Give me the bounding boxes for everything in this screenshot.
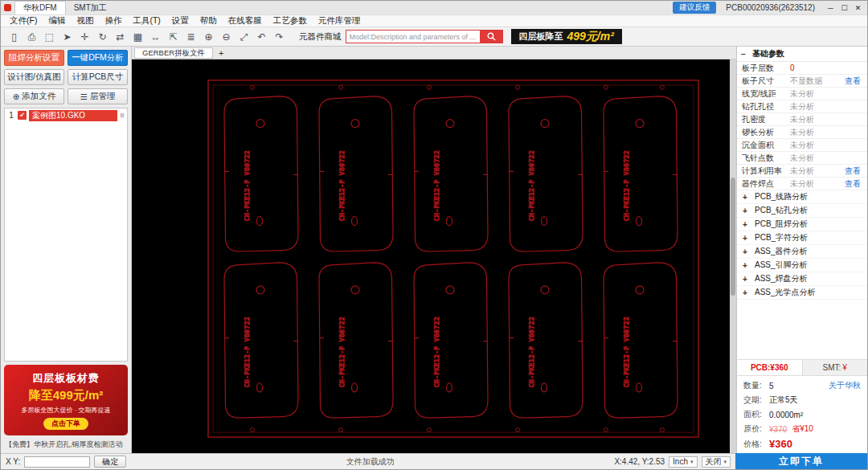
analysis-group-row[interactable]: + PCB_钻孔分析 [737, 204, 867, 218]
confirm-button[interactable]: 确定 [94, 456, 126, 468]
analysis-group-row[interactable]: + ASS_光学点分析 [737, 286, 867, 300]
menu-item[interactable]: 视图 [71, 15, 99, 27]
basic-params-header[interactable]: − 基础参数 [737, 47, 867, 62]
menu-item[interactable]: 设置 [166, 15, 194, 27]
layer-file-row[interactable]: 1 ✔ 案例图10.GKO ≡ [5, 108, 127, 122]
menu-item[interactable]: 操作 [99, 15, 127, 27]
expand-icon[interactable]: + [743, 247, 750, 256]
collapse-icon[interactable]: − [741, 50, 748, 59]
file-name-label[interactable]: 案例图10.GKO [29, 110, 117, 121]
unit-select[interactable]: Inch ▾ [669, 456, 697, 468]
banner-price: 499元/m² [567, 30, 614, 44]
analysis-group-row[interactable]: + PCB_线路分析 [737, 190, 867, 204]
rotate-icon[interactable]: ↻ [94, 29, 111, 44]
add-file-button[interactable]: ⊕ 添加文件 [4, 88, 64, 104]
component-search-input[interactable] [346, 30, 481, 43]
side-promo-banner[interactable]: 四层板板材费 降至499元/m² 多层板全国大促价 · 交期再提速 点击下单 [4, 365, 128, 435]
promo-order-button[interactable]: 点击下单 [43, 418, 88, 430]
top-promo-banner[interactable]: 四层板降至 499元/m² [511, 29, 622, 44]
expand-icon[interactable]: + [743, 288, 750, 297]
calc-pcb-size-button[interactable]: 计算PCB尺寸 [68, 69, 128, 85]
layer-manager-label: 层管理 [90, 91, 116, 102]
menu-item[interactable]: 元件库管理 [313, 15, 366, 27]
analysis-group-row[interactable]: + ASS_焊盘分析 [737, 272, 867, 286]
maximize-icon[interactable]: ☐ [838, 4, 850, 12]
place-order-button[interactable]: 立即下单 [735, 453, 867, 469]
scrollbar-thumb[interactable] [731, 178, 735, 296]
expand-icon[interactable]: + [743, 234, 750, 243]
analysis-group-row[interactable]: + PCB_字符分析 [737, 231, 867, 245]
analysis-group-row[interactable]: + PCB_阻焊分析 [737, 218, 867, 231]
order-tab-pcb[interactable]: PCB:¥360 [737, 360, 803, 375]
param-view-link[interactable]: 查看 [845, 178, 867, 190]
param-value: 不显数据 [790, 76, 845, 87]
file-row-menu-icon[interactable]: ≡ [120, 111, 125, 120]
expand-icon[interactable]: + [743, 220, 750, 229]
smt-tab-label: SMT: [823, 363, 841, 372]
feedback-button[interactable]: 建议反馈 [673, 2, 716, 14]
analysis-group-row[interactable]: + ASS_器件分析 [737, 245, 867, 259]
menu-item[interactable]: 工具(T) [127, 15, 166, 27]
fit-view-icon[interactable]: ⤢ [235, 29, 252, 44]
canvas-vertical-scrollbar[interactable] [730, 59, 736, 453]
zoom-out-icon[interactable]: ⊖ [218, 29, 235, 44]
move-icon[interactable]: ✛ [76, 29, 93, 44]
banner-text: 四层板降至 [519, 31, 563, 43]
param-row: 钻孔孔径 未分析 [737, 100, 867, 113]
measure-icon[interactable]: ↔ [147, 29, 164, 44]
minimize-icon[interactable]: ─ [825, 4, 837, 12]
new-file-icon[interactable]: ▯ [6, 29, 23, 44]
expand-icon[interactable]: + [743, 261, 750, 270]
param-value: 未分析 [790, 140, 845, 151]
file-visibility-checkbox[interactable]: ✔ [18, 111, 27, 120]
svg-text:CH-PKE12-P V80722: CH-PKE12-P V80722 [433, 150, 440, 221]
gerber-panel-tab[interactable]: GERBER拼板文件 [134, 47, 213, 59]
price-value: ¥360 [769, 438, 792, 450]
panelize-icon[interactable]: ▦ [129, 29, 146, 44]
order-summary: 数量: 5 关于华秋 交期: 正常5天 面积: 0.0000m² 原价: ¥ [737, 376, 867, 453]
pcb-panel-drawing[interactable]: CH-PKE12-P V80722 CH-PKE12-P V80722 CH-P… [132, 59, 736, 453]
param-value: 未分析 [790, 127, 845, 138]
gerber-canvas[interactable]: CH-PKE12-P V80722 CH-PKE12-P V80722 CH-P… [132, 59, 736, 453]
analysis-group-row[interactable]: + ASS_引脚分析 [737, 259, 867, 272]
order-tab-smt[interactable]: SMT: ¥ [803, 360, 868, 375]
param-row: 锣长分析 未分析 [737, 126, 867, 139]
mirror-icon[interactable]: ⇄ [112, 29, 129, 44]
cursor-icon[interactable]: ➤ [59, 29, 76, 44]
design-sim-view-button[interactable]: 设计图/仿真图 [4, 69, 64, 85]
add-tab-icon[interactable]: + [215, 48, 227, 58]
param-value: 未分析 [790, 88, 845, 100]
undo-icon[interactable]: ↶ [253, 29, 270, 44]
free-activity-notice[interactable]: 【免费】华秋开启孔,铜厚度检测活动 [4, 439, 128, 450]
menu-item[interactable]: 帮助 [194, 15, 223, 27]
mode-select[interactable]: 关闭 ▾ [702, 456, 731, 468]
close-icon[interactable]: ✕ [852, 4, 864, 12]
app-logo-icon [4, 4, 11, 11]
print-icon[interactable]: ⎙ [23, 29, 40, 44]
layer-manager-button[interactable]: ☰ 层管理 [68, 88, 128, 104]
titlebar-tab[interactable]: SMT加工 [66, 2, 115, 14]
solder-mask-analysis-button[interactable]: 阻焊分析设置 [4, 50, 64, 66]
param-view-link[interactable]: 查看 [845, 166, 867, 177]
chevron-down-icon: ▾ [690, 459, 694, 465]
expand-icon[interactable]: + [743, 193, 750, 202]
select-area-icon[interactable]: ⬚ [41, 29, 58, 44]
redo-icon[interactable]: ↷ [271, 29, 288, 44]
expand-icon[interactable]: + [743, 206, 750, 215]
expand-icon[interactable]: + [743, 275, 750, 284]
svg-text:CH-PKE12-P V80722: CH-PKE12-P V80722 [338, 150, 346, 221]
menu-item[interactable]: 在线客服 [223, 15, 268, 27]
zoom-in-icon[interactable]: ⊕ [200, 29, 217, 44]
layers-icon[interactable]: ≣ [182, 29, 199, 44]
menu-item[interactable]: 文件(F) [4, 15, 43, 27]
titlebar-tab[interactable]: 华秋DFM [14, 1, 66, 14]
one-click-dfm-button[interactable]: 一键DFM分析 [68, 50, 128, 66]
param-view-link[interactable]: 查看 [845, 76, 867, 87]
about-huaqiu-link[interactable]: 关于华秋 [829, 380, 861, 391]
param-label: 器件焊点 [737, 178, 790, 190]
menu-item[interactable]: 编辑 [43, 15, 71, 27]
dimension-icon[interactable]: ⇱ [165, 29, 182, 44]
search-button[interactable] [481, 30, 503, 43]
coordinate-input[interactable] [24, 456, 90, 468]
menu-item[interactable]: 工艺参数 [268, 15, 313, 27]
